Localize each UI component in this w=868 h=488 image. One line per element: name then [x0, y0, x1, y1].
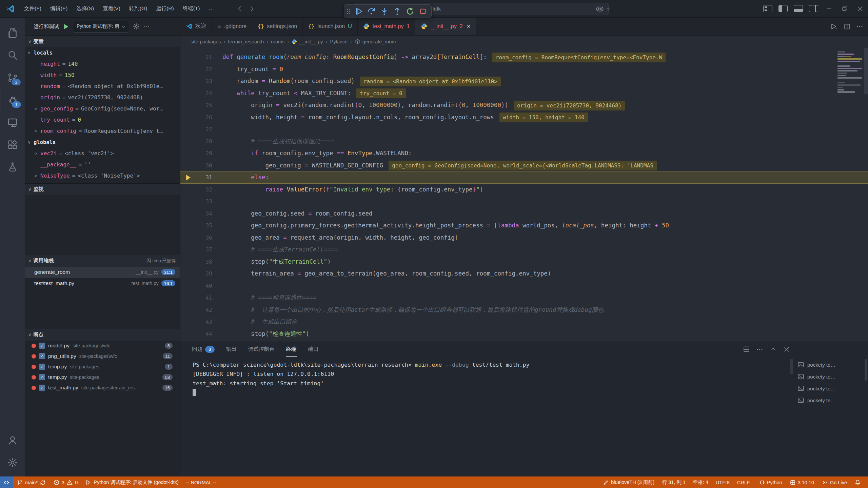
terminal-scrollbar[interactable]	[790, 359, 793, 374]
status-gitlens-author[interactable]: blueloveTH (3 周前)	[599, 476, 658, 488]
customize-layout-icon[interactable]	[763, 5, 772, 12]
breakpoint-checkbox[interactable]: ✓	[39, 343, 45, 349]
breakpoint-row[interactable]: ✓ temp.py site-packages 1	[25, 362, 180, 372]
call-stack-frame[interactable]: test/test_math.py test_math.py 16:1	[25, 278, 180, 289]
watch-section-header[interactable]: ∨ 监视	[25, 183, 180, 195]
activity-source-control[interactable]: 3	[0, 66, 25, 89]
start-debug-icon[interactable]	[62, 23, 70, 30]
toggle-secondary-sidebar-icon[interactable]	[809, 5, 818, 12]
close-button[interactable]	[852, 0, 868, 17]
code-editor[interactable]: 2021def generate_room(room_config: RoomR…	[180, 48, 868, 342]
breakpoint-checkbox[interactable]: ✓	[39, 353, 45, 359]
terminal-instance[interactable]: pockety te…	[795, 359, 863, 371]
code-line-33[interactable]: 33	[180, 196, 868, 208]
variable-row[interactable]: random=<Random object at 0x1bf9d01e…	[25, 81, 180, 92]
status-indentation[interactable]: 空格: 4	[689, 476, 712, 488]
menu-item-g[interactable]: 转到(G)	[125, 3, 152, 14]
run-python-file-icon[interactable]	[829, 22, 837, 30]
code-line-25[interactable]: 25 origin = vec2i(random.randint(0, 1000…	[180, 99, 868, 111]
close-icon[interactable]: ✕	[467, 23, 471, 29]
breakpoint-row[interactable]: ✓ model.py site-packages\wfc 6	[25, 341, 180, 351]
status-eol[interactable]: CRLF	[733, 476, 754, 488]
minimap[interactable]	[837, 48, 863, 94]
variable-row[interactable]: height=140	[25, 58, 180, 69]
terminal-list-scrollbar[interactable]	[865, 359, 867, 381]
copilot-button[interactable]	[595, 4, 611, 13]
activity-search[interactable]	[0, 44, 25, 66]
call-stack-section-header[interactable]: ∨ 调用堆栈 因 step 已暂停	[25, 255, 180, 267]
activity-remote-explorer[interactable]	[0, 111, 25, 134]
call-stack-frame[interactable]: generate_room __init__.py 31:1	[25, 267, 180, 278]
menu-item-r[interactable]: 运行(R)	[152, 3, 178, 14]
code-line-31[interactable]: 31 else:	[180, 171, 868, 184]
panel-tab-问题[interactable]: 问题3	[192, 342, 215, 357]
activity-accounts[interactable]	[0, 429, 25, 451]
variable-row[interactable]: >geo_config=GeoConfig(seed=None, wor…	[25, 103, 180, 114]
debug-config-dropdown[interactable]: Python 调试程序: 启	[73, 21, 129, 33]
breadcrumb-item[interactable]: rooms	[271, 39, 284, 44]
panel-tab-输出[interactable]: 输出	[226, 342, 237, 357]
code-line-26[interactable]: 26 width, height = room_config.layout.n_…	[180, 111, 868, 124]
variables-section-header[interactable]: ∨ 变量	[25, 35, 180, 47]
code-line-42[interactable]: 42 # 计算每一个出口的中心，然后使用astar生成路径，确保每一个出口组合都…	[180, 304, 868, 316]
toggle-panel-icon[interactable]	[794, 5, 803, 12]
code-line-23[interactable]: 23 random = Random(room_config.seed)rand…	[180, 75, 868, 87]
status-language-mode[interactable]: {}Python	[754, 476, 786, 488]
code-line-30[interactable]: 30 geo_config = WASTELAND_GEO_CONFIGgeo_…	[180, 160, 868, 172]
status-encoding[interactable]: UTF-8	[712, 476, 733, 488]
activity-testing[interactable]	[0, 156, 25, 178]
gear-icon[interactable]	[133, 23, 140, 30]
code-line-43[interactable]: 43 # 生成出口组合	[180, 316, 868, 328]
code-line-20[interactable]: 20	[180, 48, 868, 52]
menu-item-v[interactable]: 查看(V)	[98, 3, 125, 14]
breakpoint-checkbox[interactable]: ✓	[39, 385, 45, 391]
menu-item-e[interactable]: 编辑(E)	[46, 3, 72, 14]
breadcrumb-item[interactable]: __init__.py	[292, 39, 323, 44]
maximize-panel-icon[interactable]	[770, 346, 776, 352]
code-line-22[interactable]: 22 try_count = 0	[180, 63, 868, 76]
step-out-button[interactable]	[391, 6, 403, 17]
terminal-instance[interactable]: pockety te…	[795, 394, 863, 406]
tab-test_math.py[interactable]: test_math.py1	[358, 18, 416, 35]
tab-.gdignore[interactable]: ≡.gdignore	[212, 18, 252, 35]
breakpoint-row[interactable]: ✓ test_math.py site-packages\terrain_res…	[25, 383, 180, 393]
continue-button[interactable]	[353, 6, 364, 17]
code-line-28[interactable]: 28 # ====生成初始地理信息====	[180, 136, 868, 148]
status-notifications[interactable]	[851, 476, 865, 488]
activity-extensions[interactable]	[0, 134, 25, 156]
panel-more-actions-icon[interactable]: ···	[757, 346, 763, 352]
code-line-21[interactable]: 21def generate_room(room_config: RoomReq…	[180, 51, 868, 63]
tab-settings.json[interactable]: {}settings.json	[252, 18, 303, 35]
code-line-37[interactable]: 37 # ====生成TerrainCell====	[180, 244, 868, 256]
breadcrumb-item[interactable]: site-packages	[191, 39, 221, 44]
activity-explorer[interactable]	[0, 22, 25, 44]
code-line-24[interactable]: 24 while try_count < MAX_TRY_COUNT:try_c…	[180, 87, 868, 100]
activity-manage[interactable]	[0, 451, 25, 474]
stop-button[interactable]	[417, 6, 429, 17]
forward-arrow-icon[interactable]	[248, 5, 256, 13]
code-line-29[interactable]: 29 if room_config.env_type == EnvType.WA…	[180, 147, 868, 160]
breakpoint-row[interactable]: ✓ temp.py site-packages 58	[25, 372, 180, 383]
variable-row[interactable]: __package__=''	[25, 159, 180, 170]
status-cursor-position[interactable]: 行 31, 列 1	[658, 476, 689, 488]
code-line-35[interactable]: 35 geo_config.primary_forces.geothermal_…	[180, 220, 868, 232]
breakpoint-checkbox[interactable]: ✓	[39, 374, 45, 380]
step-into-button[interactable]	[378, 6, 390, 17]
status-python-version[interactable]: 3.10.10	[786, 476, 818, 488]
code-line-38[interactable]: 38 step("生成TerrainCell")	[180, 256, 868, 268]
variable-row[interactable]: width=150	[25, 69, 180, 81]
breadcrumb-item[interactable]: generate_room	[355, 39, 396, 44]
code-line-27[interactable]: 27	[180, 123, 868, 136]
menu-item-f[interactable]: 文件(F)	[20, 3, 46, 14]
toggle-primary-sidebar-icon[interactable]	[778, 5, 788, 12]
restore-button[interactable]	[837, 0, 852, 17]
split-editor-icon[interactable]	[844, 23, 851, 30]
code-line-36[interactable]: 36 geo_area = request_area(origin, width…	[180, 232, 868, 244]
variable-row[interactable]: >vec2i=<class 'vec2i'>	[25, 148, 180, 159]
terminal-output[interactable]: PS C:\computer_science\godot-ldtk\site-p…	[180, 357, 868, 398]
drag-handle[interactable]	[347, 8, 351, 14]
close-panel-icon[interactable]	[783, 346, 790, 353]
breakpoint-checkbox[interactable]: ✓	[39, 364, 45, 370]
status-debug-status[interactable]: Python 调试程序: 启动文件 (godot-ldtk)	[81, 476, 182, 488]
breakpoints-section-header[interactable]: ∨ 断点	[25, 329, 180, 341]
